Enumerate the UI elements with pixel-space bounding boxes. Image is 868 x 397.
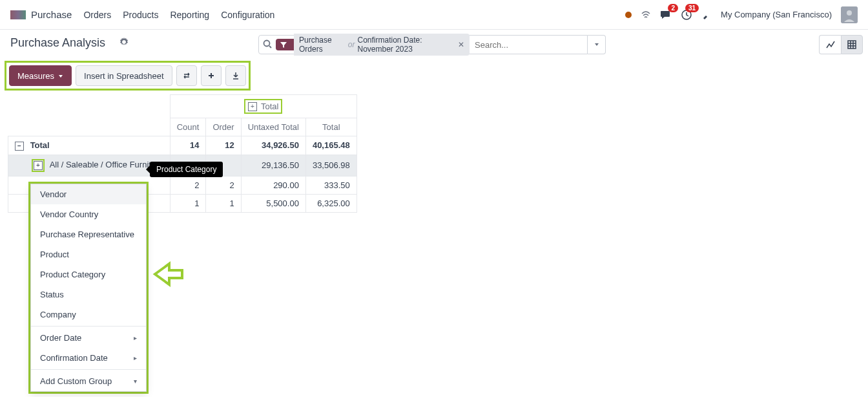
collapse-row-icon[interactable]: − — [15, 142, 24, 151]
expand-all-button[interactable] — [201, 65, 222, 86]
debug-icon[interactable] — [701, 10, 712, 20]
tooltip: Product Category — [150, 162, 223, 177]
svg-point-2 — [847, 10, 852, 16]
measures-button[interactable]: Measures — [9, 65, 72, 86]
expand-col-icon[interactable]: + — [248, 102, 257, 111]
dropdown-add-custom-group[interactable]: Add Custom Group ▾ — [31, 371, 146, 391]
nav-reporting[interactable]: Reporting — [170, 10, 209, 20]
cell: 34,926.50 — [241, 136, 305, 155]
insert-label: Insert in Spreadsheet — [84, 71, 164, 81]
filter-label-1: Purchase Orders — [299, 36, 346, 54]
filter-or: or — [348, 40, 355, 49]
submenu-caret-icon: ▸ — [134, 354, 137, 361]
nav-products[interactable]: Products — [123, 10, 158, 20]
dropdown-purchase-rep[interactable]: Purchase Representative — [31, 224, 146, 244]
submenu-caret-icon: ▸ — [134, 334, 137, 341]
page-title: Purchase Analysis — [10, 36, 105, 50]
graph-view-button[interactable] — [819, 35, 841, 54]
flip-axis-button[interactable] — [176, 65, 197, 86]
measures-label: Measures — [17, 71, 54, 81]
nav-configuration[interactable]: Configuration — [221, 10, 274, 20]
gear-icon[interactable] — [119, 38, 129, 48]
caret-down-icon — [58, 71, 63, 81]
user-avatar[interactable] — [841, 6, 858, 23]
activities-icon[interactable]: 31 — [681, 9, 692, 21]
svg-rect-4 — [848, 41, 856, 48]
cell: 2 — [170, 176, 206, 194]
dropdown-order-date[interactable]: Order Date▸ — [31, 328, 146, 348]
connectivity-icon[interactable] — [641, 10, 651, 20]
toolbar: Measures Insert in Spreadsheet — [5, 61, 251, 91]
filter-remove-icon[interactable]: ✕ — [458, 40, 464, 49]
insert-spreadsheet-button[interactable]: Insert in Spreadsheet — [76, 65, 172, 86]
download-button[interactable] — [225, 65, 246, 86]
messages-badge: 2 — [668, 4, 678, 12]
groupby-dropdown: Vendor Vendor Country Purchase Represent… — [30, 184, 147, 392]
pivot-view-button[interactable] — [841, 35, 863, 54]
cell: 333.50 — [305, 176, 356, 194]
col-untaxed[interactable]: Untaxed Total — [241, 118, 305, 136]
cell: 2 — [206, 176, 241, 194]
expand-row-icon[interactable]: + — [34, 161, 43, 170]
cell: 290.00 — [241, 176, 305, 194]
company-name[interactable]: My Company (San Francisco) — [721, 10, 832, 19]
filter-facet[interactable]: Purchase Orders or Confirmation Date: No… — [294, 34, 470, 56]
dropdown-product[interactable]: Product — [31, 244, 146, 264]
caret-down-icon: ▾ — [134, 378, 137, 385]
row-total[interactable]: − Total — [8, 136, 170, 155]
cell: 1 — [206, 194, 241, 212]
annotation-arrow-icon — [152, 259, 183, 290]
search-input[interactable] — [475, 40, 583, 50]
filter-pill[interactable] — [276, 39, 294, 50]
app-brand[interactable]: Purchase — [31, 9, 72, 20]
dropdown-vendor[interactable]: Vendor — [31, 184, 146, 204]
view-switcher — [819, 35, 863, 54]
top-nav: Purchase Orders Products Reporting Confi… — [0, 0, 868, 30]
cell: 1 — [170, 194, 206, 212]
col-total-header[interactable]: + Total — [170, 95, 356, 118]
tooltip-text: Product Category — [156, 165, 216, 174]
cell: 40,165.48 — [305, 136, 356, 155]
cell: 29,136.50 — [241, 155, 305, 176]
search-bar: Purchase Orders or Confirmation Date: No… — [258, 35, 606, 54]
cell: 14 — [170, 136, 206, 155]
dropdown-company[interactable]: Company — [31, 305, 146, 325]
filter-label-2: Confirmation Date: November 2023 — [358, 36, 455, 54]
cell: 33,506.98 — [305, 155, 356, 176]
dropdown-status[interactable]: Status — [31, 284, 146, 305]
col-order[interactable]: Order — [206, 118, 241, 136]
app-logo — [10, 10, 26, 19]
status-indicator-icon — [625, 12, 632, 18]
dropdown-vendor-country[interactable]: Vendor Country — [31, 204, 146, 224]
col-total-label: Total — [261, 102, 278, 111]
cell: 5,500.00 — [241, 194, 305, 212]
activities-badge: 31 — [685, 4, 699, 12]
dropdown-divider — [31, 326, 146, 327]
nav-orders[interactable]: Orders — [83, 10, 111, 20]
dropdown-confirmation-date[interactable]: Confirmation Date▸ — [31, 348, 146, 368]
cell: 6,325.00 — [305, 194, 356, 212]
dropdown-product-category[interactable]: Product Category — [31, 264, 146, 284]
svg-point-3 — [264, 40, 270, 46]
messages-icon[interactable]: 2 — [660, 9, 672, 21]
col-count[interactable]: Count — [170, 118, 206, 136]
row-total-label: Total — [30, 140, 50, 150]
col-total[interactable]: Total — [305, 118, 356, 136]
cell: 12 — [206, 136, 241, 155]
search-icon — [263, 39, 272, 50]
dropdown-divider — [31, 369, 146, 370]
search-options-button[interactable] — [588, 35, 606, 54]
